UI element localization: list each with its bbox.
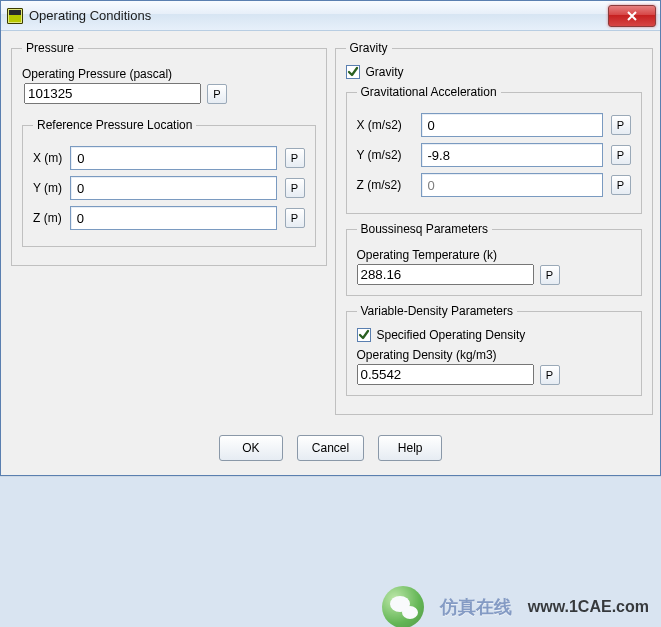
close-button[interactable] [608,5,656,27]
brand-url: www.1CAE.com [528,598,649,616]
p-button[interactable]: P [540,265,560,285]
specified-density-label: Specified Operating Density [377,328,526,342]
op-pressure-input[interactable] [24,83,201,104]
help-button[interactable]: Help [378,435,442,461]
brand-text: 仿真在线 [440,595,512,619]
grav-accel-group: Gravitational Acceleration X (m/s2) P Y … [346,85,642,214]
cancel-button[interactable]: Cancel [297,435,364,461]
ref-x-label: X (m) [33,151,62,165]
ref-x-input[interactable] [70,146,276,170]
client-area: Pressure Operating Pressure (pascal) P R… [1,31,660,475]
p-button[interactable]: P [611,115,631,135]
wechat-icon [382,586,424,627]
boussinesq-legend: Boussinesq Parameters [357,222,492,236]
close-icon [626,10,638,22]
specified-density-checkbox[interactable] [357,328,371,342]
op-temp-input[interactable] [357,264,534,285]
ref-z-label: Z (m) [33,211,62,225]
variable-density-legend: Variable-Density Parameters [357,304,518,318]
p-button[interactable]: P [207,84,227,104]
ref-y-label: Y (m) [33,181,62,195]
pressure-group: Pressure Operating Pressure (pascal) P R… [11,41,327,266]
gravity-legend: Gravity [346,41,392,55]
p-button[interactable]: P [611,145,631,165]
grav-y-input[interactable] [421,143,603,167]
p-button[interactable]: P [285,178,305,198]
ok-button[interactable]: OK [219,435,283,461]
grav-z-label: Z (m/s2) [357,178,413,192]
grav-y-label: Y (m/s2) [357,148,413,162]
ref-pressure-location-legend: Reference Pressure Location [33,118,196,132]
gravity-checkbox-label: Gravity [366,65,404,79]
check-icon [358,329,370,341]
variable-density-group: Variable-Density Parameters Specified Op… [346,304,642,396]
op-density-label: Operating Density (kg/m3) [357,348,631,362]
op-density-input[interactable] [357,364,534,385]
watermark-overlay: 仿真在线 www.1CAE.com [0,587,661,627]
op-pressure-label: Operating Pressure (pascal) [22,67,316,81]
ref-z-input[interactable] [70,206,277,230]
grav-z-input[interactable] [421,173,603,197]
app-icon [7,8,23,24]
grav-x-label: X (m/s2) [357,118,413,132]
grav-accel-legend: Gravitational Acceleration [357,85,501,99]
gravity-checkbox[interactable] [346,65,360,79]
boussinesq-group: Boussinesq Parameters Operating Temperat… [346,222,642,296]
grav-x-input[interactable] [421,113,603,137]
check-icon [347,66,359,78]
p-button[interactable]: P [540,365,560,385]
p-button[interactable]: P [285,148,305,168]
ref-pressure-location-group: Reference Pressure Location X (m) P Y (m… [22,118,316,247]
window-title: Operating Conditions [29,8,608,23]
titlebar: Operating Conditions [1,1,660,31]
pressure-legend: Pressure [22,41,78,55]
button-bar: OK Cancel Help [11,435,650,461]
op-temp-label: Operating Temperature (k) [357,248,631,262]
p-button[interactable]: P [611,175,631,195]
ref-y-input[interactable] [70,176,276,200]
gravity-group: Gravity Gravity Gravitational Accelerati… [335,41,653,415]
dialog-window: Operating Conditions Pressure Operating … [0,0,661,476]
p-button[interactable]: P [285,208,305,228]
